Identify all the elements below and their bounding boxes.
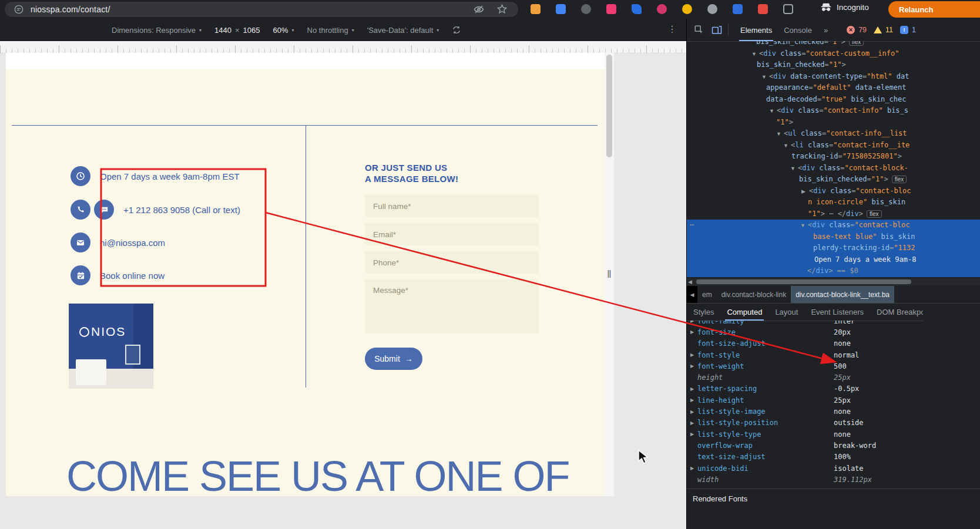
sidebar-tab-computed[interactable]: Computed bbox=[720, 303, 768, 321]
rotate-icon[interactable] bbox=[452, 25, 461, 35]
dom-tree-row[interactable]: ▼<ul class="contact-info__list bbox=[687, 128, 980, 140]
dom-tree-row[interactable]: "1"> ⋯ </div>flex bbox=[687, 208, 980, 220]
tab-console[interactable]: Console bbox=[778, 19, 818, 41]
dom-tree-row[interactable]: bis_skin_checked="1">flex bbox=[687, 174, 980, 186]
collapse-arrow-icon[interactable]: ▼ bbox=[761, 72, 769, 83]
extension-5-icon[interactable] bbox=[632, 4, 642, 14]
computed-property-row[interactable]: ▶list-style-positionoutside bbox=[687, 417, 980, 429]
sidebar-tab-event-listeners[interactable]: Event Listeners bbox=[804, 303, 870, 321]
extension-6-icon[interactable] bbox=[657, 4, 667, 14]
breadcrumb-back-icon[interactable]: ◀ bbox=[687, 286, 697, 303]
viewport-height-input[interactable]: 1065 bbox=[243, 26, 260, 35]
dom-tree-row[interactable]: bis_skin_checked="1">flex bbox=[687, 41, 980, 48]
collapse-arrow-icon[interactable]: ▼ bbox=[776, 129, 784, 140]
collapse-arrow-icon[interactable]: ▼ bbox=[751, 49, 759, 60]
dom-tree-row[interactable]: ▼<div class="contact-block- bbox=[687, 163, 980, 174]
url-text[interactable]: niosspa.com/contact/ bbox=[31, 5, 110, 14]
dom-tree-row[interactable]: plerdy-tracking-id="1132 bbox=[687, 242, 980, 254]
sidebar-tab-layout[interactable]: Layout bbox=[768, 303, 804, 321]
zoom-select[interactable]: 60%▾ bbox=[273, 26, 294, 35]
extension-3-icon[interactable] bbox=[581, 4, 591, 14]
computed-property-row[interactable]: ▶list-style-typenone bbox=[687, 429, 980, 440]
dom-tree-row[interactable]: data-decoded="true" bis_skin_chec bbox=[687, 94, 980, 106]
breadcrumb-item[interactable]: div.contact-block-link__text.ba bbox=[791, 286, 894, 303]
expand-arrow-icon[interactable]: ▶ bbox=[690, 420, 697, 426]
dom-tree-row[interactable]: n icon-circle" bis_skin bbox=[687, 197, 980, 208]
contact-item[interactable]: hi@niosspa.com bbox=[71, 233, 165, 252]
submit-button[interactable]: Submit→ bbox=[365, 348, 422, 370]
inspect-icon[interactable] bbox=[694, 25, 704, 35]
expand-arrow-icon[interactable]: ▶ bbox=[690, 432, 697, 437]
sidebar-tab-styles[interactable]: Styles bbox=[687, 303, 720, 321]
row-options-icon[interactable]: ⋯ bbox=[690, 220, 694, 231]
computed-property-row[interactable]: ▶unicode-bidiisolate bbox=[687, 463, 980, 474]
scrollbar-thumb[interactable] bbox=[606, 55, 612, 157]
viewport-resize-handle[interactable]: ‖ bbox=[605, 265, 613, 283]
collapse-arrow-icon[interactable]: ▼ bbox=[783, 140, 791, 152]
more-tabs-button[interactable]: » bbox=[818, 19, 834, 41]
extension-1-icon[interactable] bbox=[531, 4, 541, 14]
throttling-select[interactable]: No throttling▾ bbox=[307, 26, 354, 35]
omnibox[interactable]: niosspa.com/contact/ bbox=[5, 2, 518, 17]
computed-property-row[interactable]: height25px bbox=[687, 372, 980, 383]
device-toolbar-menu-icon[interactable]: ⋮ bbox=[667, 23, 677, 35]
flex-badge[interactable]: flex bbox=[892, 176, 907, 183]
issues-count[interactable]: 1 bbox=[912, 26, 916, 34]
contact-item[interactable]: Open 7 days a week 9am-8pm EST bbox=[71, 166, 240, 186]
dom-tree-row[interactable]: ▶<div class="contact-bloc bbox=[687, 186, 980, 197]
flex-badge[interactable]: flex bbox=[867, 210, 882, 218]
computed-property-row[interactable]: ▶letter-spacing-0.5px bbox=[687, 383, 980, 395]
computed-property-row[interactable]: ▶list-style-imagenone bbox=[687, 406, 980, 417]
dom-tree-row[interactable]: Open 7 days a week 9am-8 bbox=[687, 254, 980, 266]
dom-tree-row[interactable]: bis_skin_checked="1"> bbox=[687, 59, 980, 71]
collapse-arrow-icon[interactable]: ▼ bbox=[769, 106, 777, 117]
computed-property-row[interactable]: ▶line-height25px bbox=[687, 395, 980, 406]
extension-7-icon[interactable] bbox=[682, 4, 692, 14]
expand-arrow-icon[interactable]: ▶ bbox=[690, 466, 697, 471]
computed-property-row[interactable]: text-size-adjust100% bbox=[687, 451, 980, 463]
error-count[interactable]: 79 bbox=[858, 26, 867, 34]
expand-arrow-icon[interactable]: ▶ bbox=[690, 329, 697, 335]
dom-tree-row[interactable]: ▼<div data-content-type="html" dat bbox=[687, 71, 980, 83]
dom-tree-row[interactable]: ⋯▼<div class="contact-bloc bbox=[687, 220, 980, 231]
hscrollbar-thumb[interactable] bbox=[696, 279, 911, 284]
dom-tree-row[interactable]: ▼<li class="contact-info__ite bbox=[687, 140, 980, 151]
computed-property-row[interactable]: ▶font-size20px bbox=[687, 326, 980, 338]
extension-9-icon[interactable] bbox=[733, 4, 743, 14]
expand-arrow-icon[interactable]: ▶ bbox=[690, 409, 697, 415]
expand-arrow-icon[interactable]: ▶ bbox=[690, 397, 697, 403]
tab-elements[interactable]: Elements bbox=[734, 19, 778, 41]
computed-property-row[interactable]: ▶font-familyinter bbox=[687, 321, 980, 326]
extension-8-icon[interactable] bbox=[707, 4, 717, 14]
dom-tree-row[interactable]: ▼<div class="contact-custom__info" bbox=[687, 48, 980, 60]
computed-property-row[interactable]: ▶font-stylenormal bbox=[687, 349, 980, 360]
full-name-field[interactable] bbox=[365, 195, 539, 217]
tune-icon[interactable] bbox=[14, 5, 24, 14]
computed-property-row[interactable]: width319.112px bbox=[687, 474, 980, 485]
dom-tree-row[interactable]: </div> == $0 bbox=[687, 265, 980, 277]
warning-count[interactable]: 11 bbox=[885, 26, 893, 34]
save-data-select[interactable]: 'Save-Data': default▾ bbox=[367, 26, 439, 35]
expand-arrow-icon[interactable]: ▶ bbox=[690, 386, 697, 392]
flex-badge[interactable]: flex bbox=[849, 41, 864, 46]
scroll-left-icon[interactable]: ◀ bbox=[688, 278, 692, 286]
issue-badges[interactable]: ✕ 79 11 ! 1 bbox=[847, 26, 916, 34]
viewport-width-input[interactable]: 1440 bbox=[214, 26, 231, 35]
breadcrumb-item[interactable]: em bbox=[697, 286, 717, 303]
sidebar-tab-dom-breakpoints[interactable]: DOM Breakpoints bbox=[870, 303, 923, 321]
extension-10-icon[interactable] bbox=[758, 4, 768, 14]
expand-arrow-icon[interactable]: ▶ bbox=[690, 321, 697, 324]
extension-2-icon[interactable] bbox=[556, 4, 566, 14]
phone-field[interactable] bbox=[365, 251, 539, 274]
computed-property-row[interactable]: font-size-adjustnone bbox=[687, 338, 980, 349]
collapse-arrow-icon[interactable]: ▼ bbox=[800, 220, 808, 232]
email-field[interactable] bbox=[365, 223, 539, 245]
computed-property-row[interactable]: ▶font-weight500 bbox=[687, 360, 980, 372]
dom-tree-row[interactable]: appearance="default" data-element bbox=[687, 82, 980, 94]
dom-tree-row[interactable]: tracking-id="71580525801"> bbox=[687, 151, 980, 163]
bookmark-star-icon[interactable] bbox=[497, 4, 507, 14]
breadcrumb-item[interactable]: div.contact-block-link bbox=[717, 286, 791, 303]
contact-item[interactable]: +1 212 863 9058 (Call or text) bbox=[71, 200, 240, 220]
computed-property-row[interactable]: overflow-wrapbreak-word bbox=[687, 440, 980, 451]
expand-arrow-icon[interactable]: ▶ bbox=[690, 363, 697, 369]
